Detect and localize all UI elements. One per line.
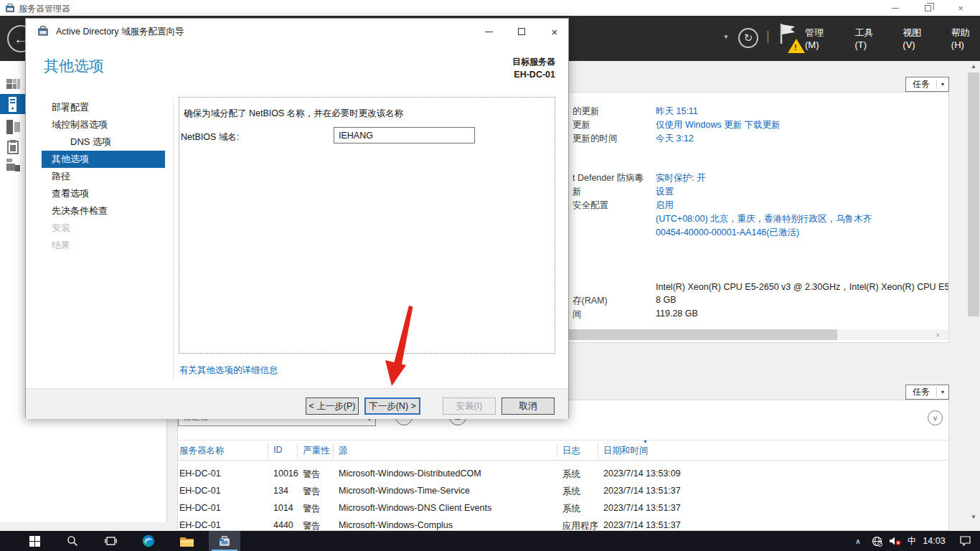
event-cell: EH-DC-01 (179, 520, 221, 530)
property-value: Intel(R) Xeon(R) CPU E5-2650 v3 @ 2.30GH… (656, 281, 949, 293)
event-row[interactable]: EH-DC-011014警告Microsoft-Windows-DNS Clie… (178, 499, 949, 517)
menu-bar: 管理(M)工具(T)视图(V)帮助(H) (804, 16, 980, 61)
properties-tasks-button[interactable]: 任务▼ (905, 77, 949, 92)
previous-button[interactable]: < 上一步(P) (306, 397, 359, 415)
property-value-link[interactable]: 仅使用 Windows 更新 下载更新 (656, 119, 781, 131)
events-panel: ≡ ▼ ⊞ ▼ ˅ ▼ 服务器名称ID严重性源日志日期和时间 EH-DC-011… (177, 400, 949, 531)
chevron-down-icon: ˅ (933, 414, 937, 423)
file-storage-services-icon[interactable] (6, 140, 21, 157)
property-value-link[interactable]: 00454-40000-00001-AA146(已激活) (656, 227, 799, 239)
ad-ds-config-wizard-dialog: Active Directory 域服务配置向导 × 其他选项 目标服务器 EH… (25, 18, 569, 418)
property-value-link[interactable]: 启用 (656, 199, 674, 212)
menu-view[interactable]: 视图(V) (901, 24, 931, 53)
event-row[interactable]: EH-DC-0110016警告Microsoft-Windows-Distrib… (178, 465, 949, 482)
clock[interactable]: 14:03 (918, 531, 950, 551)
dialog-close-button[interactable]: × (544, 24, 565, 39)
vertical-scrollbar[interactable]: ▲ ▼ (967, 61, 980, 522)
window-close-button[interactable]: × (948, 0, 973, 16)
menu-manage[interactable]: 管理(M) (804, 24, 834, 53)
column-header[interactable]: 源 (339, 445, 348, 457)
windows-logo-icon (29, 536, 40, 547)
column-header[interactable]: 严重性 (303, 445, 330, 457)
column-separator (268, 443, 268, 458)
dialog-titlebar: Active Directory 域服务配置向导 × (26, 19, 568, 44)
wizard-nav-review-options[interactable]: 查看选项 (42, 185, 165, 202)
scroll-up-icon[interactable]: ▲ (967, 63, 980, 70)
property-label: 安全配置 (573, 199, 654, 212)
all-servers-icon[interactable] (6, 120, 21, 137)
event-cell: Microsoft-Windows-Complus (339, 520, 453, 530)
column-header[interactable]: 日志 (562, 445, 580, 457)
window-minimize-button[interactable] (883, 0, 908, 16)
property-value-link[interactable]: 实时保护: 开 (656, 172, 705, 184)
tasks-caret-icon: ▼ (937, 82, 948, 87)
task-view-icon (105, 536, 117, 546)
property-value-link[interactable]: 昨天 15:11 (656, 105, 698, 118)
wizard-nav-paths[interactable]: 路径 (42, 168, 165, 185)
taskbar-search-button[interactable] (58, 531, 87, 551)
netbios-domain-input[interactable] (334, 127, 475, 143)
menu-help[interactable]: 帮助(H) (950, 24, 980, 53)
cancel-button[interactable]: 取消 (501, 397, 555, 415)
event-cell: 4440 (273, 520, 293, 530)
property-label: t Defender 防病毒 (573, 172, 654, 184)
roles-icon[interactable] (6, 159, 22, 174)
wizard-nav-dc-options[interactable]: 域控制器选项 (42, 116, 165, 133)
property-value-link[interactable]: 设置 (656, 186, 674, 198)
wizard-nav-dns-options[interactable]: DNS 选项 (42, 133, 165, 151)
taskbar-server-manager-active[interactable] (209, 531, 240, 551)
event-row[interactable]: EH-DC-01134警告Microsoft-Windows-Time-Serv… (178, 482, 949, 499)
event-cell: Microsoft-Windows-Time-Service (339, 486, 470, 496)
event-cell: EH-DC-01 (179, 503, 221, 513)
dialog-title: Active Directory 域服务配置向导 (56, 26, 184, 38)
column-header[interactable]: 日期和时间 (603, 445, 649, 457)
search-icon (67, 535, 78, 547)
tray-expand-button[interactable]: ∧ (849, 531, 867, 551)
tasks-caret-icon: ▼ (937, 390, 948, 395)
scroll-down-icon[interactable]: ▼ (967, 514, 980, 520)
action-center-button[interactable] (954, 531, 976, 551)
wizard-nav-prerequisites-check[interactable]: 先决条件检查 (42, 202, 165, 220)
event-cell: 警告 (303, 468, 321, 481)
wizard-footer: < 上一步(P)下一步(N) >安装(I)取消 (26, 388, 568, 419)
property-label: 更新 (573, 119, 654, 131)
event-cell: 应用程序 (562, 520, 598, 531)
network-status-icon[interactable] (868, 531, 885, 551)
volume-muted-icon[interactable] (887, 531, 904, 551)
wizard-content-box: 确保为域分配了 NetBIOS 名称，并在必要时更改该名称 NetBIOS 域名… (179, 97, 555, 354)
event-cell: 2023/7/14 13:51:37 (603, 520, 681, 530)
wizard-nav: 部署配置域控制器选项DNS 选项其他选项路径查看选项先决条件检查安装结果 (42, 99, 165, 254)
wizard-nav-additional-options[interactable]: 其他选项 (42, 151, 165, 168)
property-value-link[interactable]: 今天 3:12 (656, 133, 694, 145)
more-info-link[interactable]: 有关其他选项的详细信息 (179, 364, 278, 377)
property-value-link[interactable]: (UTC+08:00) 北京，重庆，香港特别行政区，乌鲁木齐 (656, 213, 872, 225)
wizard-nav-deployment-config[interactable]: 部署配置 (42, 99, 165, 116)
refresh-button[interactable]: ↻ (738, 28, 758, 48)
dialog-maximize-button[interactable] (511, 24, 532, 39)
edge-browser-button[interactable] (134, 531, 163, 551)
menu-tools[interactable]: 工具(T) (853, 24, 882, 53)
event-row[interactable]: EH-DC-014440警告Microsoft-Windows-Complus应… (178, 517, 949, 531)
next-button[interactable]: 下一步(N) > (364, 397, 420, 415)
ime-indicator[interactable]: 中 (904, 531, 920, 551)
file-explorer-button[interactable] (172, 531, 201, 551)
address-caret-icon[interactable]: ▼ (723, 34, 729, 40)
property-value: 8 GB (656, 295, 677, 305)
vscroll-thumb[interactable] (968, 72, 979, 316)
column-header[interactable]: 服务器名称 (179, 445, 225, 457)
dashboard-icon[interactable] (6, 79, 20, 93)
wizard-nav-separator (173, 98, 174, 380)
event-cell: 10016 (273, 468, 298, 479)
events-tasks-button[interactable]: 任务▼ (905, 385, 949, 400)
collapse-section-button[interactable]: ˅ (928, 410, 943, 425)
column-header[interactable]: ID (273, 445, 283, 455)
start-button[interactable] (20, 531, 49, 551)
dialog-minimize-button[interactable] (478, 24, 499, 39)
window-restore-button[interactable] (915, 0, 940, 16)
hscroll-right-arrow-icon[interactable]: › (936, 330, 939, 339)
install-button: 安装(I) (443, 397, 496, 415)
wizard-page-heading: 其他选项 (44, 56, 104, 76)
netbios-domain-label: NetBIOS 域名: (181, 131, 239, 143)
task-view-button[interactable] (96, 531, 125, 551)
event-cell: 警告 (303, 520, 321, 531)
